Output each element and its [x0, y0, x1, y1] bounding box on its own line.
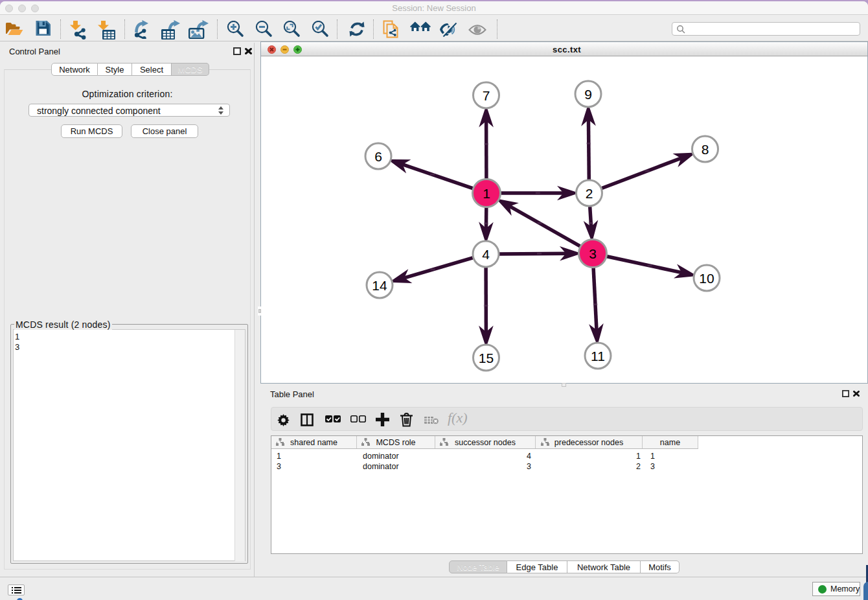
svg-text:2: 2 — [586, 186, 593, 201]
svg-text:4: 4 — [482, 247, 490, 262]
svg-text:10: 10 — [699, 271, 714, 286]
svg-text:7: 7 — [483, 88, 490, 103]
svg-text:15: 15 — [479, 351, 494, 365]
svg-text:8: 8 — [702, 142, 709, 157]
svg-text:9: 9 — [584, 87, 592, 102]
svg-text:3: 3 — [589, 246, 597, 261]
svg-text:1: 1 — [483, 186, 490, 201]
svg-text:14: 14 — [372, 278, 387, 293]
svg-text:11: 11 — [591, 349, 605, 363]
svg-text:6: 6 — [374, 149, 382, 164]
